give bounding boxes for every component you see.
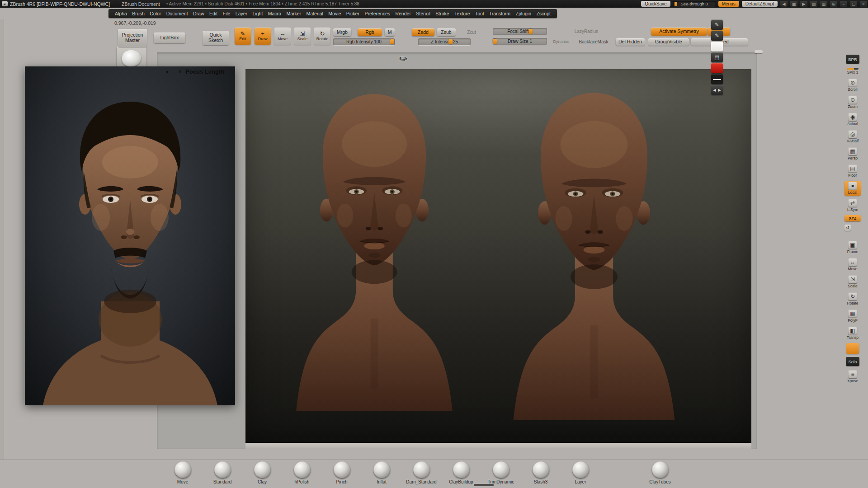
rgb-button[interactable]: Rgb <box>358 28 382 36</box>
document-scrollbar[interactable] <box>245 443 751 449</box>
dock-icon[interactable]: ⊞ <box>830 1 837 7</box>
menu-item[interactable]: Document <box>166 11 188 16</box>
scroll-right-icon[interactable]: ▶ <box>800 1 807 7</box>
move-button[interactable]: ↔ Move <box>274 28 291 45</box>
rt-rotate[interactable]: Rotate ↻ Rotate <box>844 291 861 306</box>
zadd-button[interactable]: Zadd <box>412 28 434 36</box>
mrgb-button[interactable]: Mrgb <box>333 28 351 36</box>
pen-icon[interactable]: ✎ <box>711 31 723 41</box>
rt-frame[interactable]: Frame ▣ Frame <box>844 240 861 255</box>
menu-item[interactable]: Marker <box>286 11 301 16</box>
default-zscript-button[interactable]: DefaultZScript <box>742 1 778 7</box>
quick-sketch-button[interactable]: Quick Sketch <box>203 31 229 45</box>
brush-clay[interactable]: Clay <box>242 460 282 484</box>
pencil-icon[interactable]: ✎ <box>711 20 723 30</box>
rt-spin-pair[interactable]: ↻ ↺ <box>844 224 861 232</box>
stroke-preview[interactable] <box>711 74 723 84</box>
tray-scrollbar-handle[interactable] <box>474 484 494 486</box>
draw-size-handle[interactable] <box>493 39 497 44</box>
menu-item[interactable]: Draw <box>193 11 204 16</box>
canvas-viewport[interactable] <box>157 52 757 449</box>
menu-item[interactable]: Render <box>395 11 410 16</box>
menu-item[interactable]: Picker <box>346 11 359 16</box>
menu-item[interactable]: File <box>222 11 230 16</box>
reference-dropdown-icon[interactable]: ▾ <box>166 69 169 75</box>
menu-item[interactable]: Material <box>307 11 323 16</box>
menu-item[interactable]: Light <box>253 11 263 16</box>
nav-arrows[interactable]: ◀ ▶ <box>711 85 723 95</box>
rt-floor[interactable]: Floor ▤ Floor <box>844 164 861 178</box>
brush-slash3[interactable]: Slash3 <box>521 460 561 484</box>
scroll-left-icon[interactable]: ◀ <box>780 1 788 7</box>
brush-standard[interactable]: Standard <box>203 460 242 484</box>
menu-item[interactable]: Movie <box>328 11 341 16</box>
rt-scale[interactable]: Scale ⇲ Scale <box>844 274 861 289</box>
rt-transp[interactable]: Transp ◧ Transp <box>844 326 861 341</box>
edit-button[interactable]: ✎ Edit <box>235 28 251 45</box>
menu-item[interactable]: Texture <box>454 11 470 16</box>
group-visible-button[interactable]: GroupVisible <box>648 38 689 46</box>
blank-canvas-icon[interactable] <box>711 42 723 52</box>
rt-spix-slider[interactable]: SPix 3 SPix 3 <box>844 67 861 75</box>
rt-aahalf[interactable]: AAHalf ◎ AAHalf <box>844 129 861 144</box>
z-intensity-handle[interactable] <box>448 39 453 44</box>
rt-xyz[interactable]: XYZ XYZ <box>844 215 861 221</box>
minimize-icon[interactable]: − <box>840 1 847 7</box>
rt-ghost[interactable] <box>846 343 859 354</box>
sculpted-heads[interactable] <box>245 69 751 443</box>
menu-item[interactable]: Edit <box>209 11 217 16</box>
scale-button[interactable]: ⇲ Scale <box>294 28 311 45</box>
menu-item[interactable]: Tool <box>475 11 484 16</box>
brush-dam-standard[interactable]: Dam_Standard <box>401 460 441 484</box>
activate-symmetry-button[interactable]: Activate Symmetry <box>651 28 707 36</box>
menus-button[interactable]: Menus <box>718 1 739 7</box>
menu-item[interactable]: Brush <box>132 11 144 16</box>
zsub-button[interactable]: Zsub <box>437 28 456 36</box>
rt-actual[interactable]: Actual ◉ Actual <box>844 112 861 127</box>
reference-close-icon[interactable]: × <box>179 69 181 74</box>
rgb-intensity-slider[interactable]: Rgb Intensity 100 <box>333 38 395 45</box>
rt-polyf[interactable]: PolyF ▦ PolyF <box>844 309 861 324</box>
color-swatch-red[interactable] <box>711 63 723 73</box>
layers-icon[interactable]: ▤ <box>711 52 723 62</box>
menu-item[interactable]: Transform <box>489 11 510 16</box>
menu-item[interactable]: Stroke <box>435 11 449 16</box>
rt-scroll[interactable]: Scroll ⊕ Scroll <box>844 78 861 93</box>
z-intensity-slider[interactable]: Z Intensity 25 <box>418 38 471 45</box>
reference-image-window[interactable]: ▾ × Focus Length <box>25 66 235 405</box>
backface-mask-label[interactable]: BackfaceMask <box>572 38 615 45</box>
quicksave-button[interactable]: QuickSave <box>641 1 670 7</box>
rt-lsym[interactable]: L.Sym ⇄ L.Sym <box>844 198 861 213</box>
brush-pinch[interactable]: Pinch <box>322 460 362 484</box>
rt-persp[interactable]: Persp ▦ Persp <box>844 146 861 161</box>
del-hidden-button[interactable]: Del Hidden <box>616 38 645 46</box>
menu-item[interactable]: Preferences <box>364 11 390 16</box>
focus-length-label[interactable]: Focus Length <box>186 68 224 75</box>
draw-size-slider[interactable]: Draw Size 1 <box>493 38 547 45</box>
maximize-icon[interactable]: ▢ <box>850 1 857 7</box>
m-button[interactable]: M <box>385 28 395 36</box>
focal-shift-slider[interactable]: Focal Shift 0 <box>493 28 547 35</box>
menu-item[interactable]: Zplugin <box>516 11 531 16</box>
rt-move[interactable]: Move ↔ Move <box>844 257 861 272</box>
menu-item[interactable]: Stencil <box>416 11 430 16</box>
menu-item[interactable]: Layer <box>236 11 247 16</box>
see-through-handle[interactable] <box>675 2 677 6</box>
layout-single-icon[interactable]: ▤ <box>810 1 817 7</box>
rt-solo[interactable]: Solo Solo <box>844 356 861 367</box>
brush-move[interactable]: Move <box>163 460 203 484</box>
rotate-button[interactable]: ↻ Rotate <box>314 28 330 45</box>
brush-claybuildup[interactable]: ClayBuildup <box>441 460 481 484</box>
rgb-intensity-handle[interactable] <box>390 39 394 44</box>
see-through-slider[interactable]: See-through 0 <box>673 1 716 7</box>
layout-split-icon[interactable]: ▥ <box>820 1 827 7</box>
brush-trimdynamic[interactable]: TrimDynamic <box>481 460 521 484</box>
left-tray-strip[interactable] <box>0 19 4 488</box>
close-icon[interactable]: × <box>860 1 867 7</box>
rt-bpr[interactable]: BPR BPR <box>844 54 861 65</box>
brush-inflat[interactable]: Inflat <box>362 460 401 484</box>
rt-xpose[interactable]: Xpose ≡ Xpose <box>844 369 861 384</box>
tray-toggle-icon[interactable]: ▦ <box>790 1 797 7</box>
brush-claytubes[interactable]: ClayTubes <box>640 460 680 484</box>
rt-zoom[interactable]: Zoom ⊙ Zoom <box>844 95 861 110</box>
